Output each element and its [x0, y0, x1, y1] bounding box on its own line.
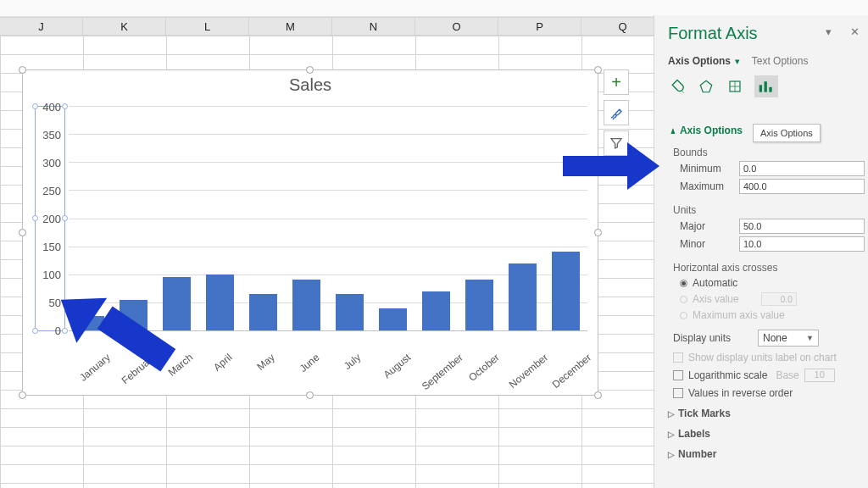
minimum-input[interactable]	[739, 161, 865, 176]
pane-close-icon[interactable]: ✕	[850, 25, 860, 38]
bar[interactable]	[249, 294, 277, 330]
radio-icon	[680, 296, 687, 303]
maximum-input[interactable]	[739, 179, 865, 194]
checkbox-icon	[673, 352, 683, 363]
col-header[interactable]: N	[332, 18, 415, 35]
hcross-max-radio[interactable]: Maximum axis value	[680, 309, 858, 321]
pane-icon-row	[668, 75, 858, 97]
hcross-axis-value-radio[interactable]: Axis value	[680, 292, 858, 306]
y-axis-selected[interactable]: 050100150200250300350400	[35, 106, 65, 331]
annotation-arrow	[64, 288, 183, 373]
log-base-label: Base	[776, 369, 798, 381]
show-units-checkbox: Show display units label on chart	[673, 352, 858, 363]
display-units-select[interactable]: None ▼	[758, 330, 819, 347]
radio-icon	[680, 280, 687, 287]
section-labels[interactable]: ▷Labels	[668, 428, 858, 440]
log-scale-checkbox[interactable]: Logarithmic scale Base 10	[673, 369, 858, 382]
bar[interactable]	[465, 280, 493, 330]
section-tick-marks[interactable]: ▷Tick Marks	[668, 408, 858, 419]
maximum-row: Maximum Reset	[680, 179, 858, 194]
y-tick-label: 350	[42, 129, 61, 141]
pane-tabs: Axis Options ▾ Text Options	[668, 55, 858, 67]
x-tick-label: November	[506, 352, 549, 391]
x-tick-label: April	[211, 352, 234, 374]
x-tick-label: July	[341, 352, 362, 372]
selection-handle[interactable]	[306, 66, 314, 74]
col-header[interactable]: L	[166, 18, 249, 35]
svg-rect-4	[760, 85, 762, 92]
effects-icon[interactable]	[697, 77, 715, 96]
axis-handle[interactable]	[62, 103, 68, 109]
major-input[interactable]	[739, 219, 865, 234]
display-units-label: Display units	[673, 332, 758, 344]
radio-icon	[680, 312, 687, 319]
axis-handle[interactable]	[32, 215, 38, 221]
axis-options-icon[interactable]	[754, 75, 778, 97]
tab-text-options[interactable]: Text Options	[752, 55, 809, 67]
axis-handle[interactable]	[32, 328, 38, 334]
bar[interactable]	[206, 274, 234, 330]
section-number[interactable]: ▷Number	[668, 448, 858, 460]
minor-label: Minor	[680, 238, 739, 250]
svg-marker-0	[700, 80, 712, 92]
hcross-automatic-radio[interactable]: Automatic	[680, 277, 858, 289]
y-tick-label: 250	[42, 185, 61, 197]
size-properties-icon[interactable]	[726, 77, 744, 96]
bar[interactable]	[422, 291, 450, 330]
svg-rect-5	[765, 81, 767, 92]
bounds-label: Bounds	[673, 147, 858, 158]
axis-options-tooltip: Axis Options	[753, 124, 821, 142]
brush-icon	[609, 105, 624, 120]
chart-elements-button[interactable]: +	[604, 69, 629, 95]
chart-styles-button[interactable]	[604, 100, 629, 125]
tab-axis-options[interactable]: Axis Options	[668, 55, 731, 67]
bar[interactable]	[509, 263, 537, 331]
y-tick-label: 400	[42, 101, 61, 114]
col-header[interactable]: P	[498, 18, 581, 35]
selection-handle[interactable]	[19, 391, 26, 399]
tab-caret-icon[interactable]: ▾	[735, 56, 740, 66]
col-header[interactable]: J	[0, 18, 83, 35]
y-tick-label: 200	[42, 213, 61, 225]
col-header[interactable]: M	[249, 18, 332, 35]
minor-input[interactable]	[739, 236, 865, 252]
axis-handle[interactable]	[32, 103, 38, 109]
y-tick-label: 100	[42, 269, 61, 281]
pane-controls: ▾ ✕	[826, 25, 860, 38]
col-header[interactable]: K	[83, 18, 166, 35]
chevron-down-icon: ▼	[806, 334, 814, 342]
chart-title[interactable]: Sales	[23, 70, 598, 95]
log-base-input: 10	[804, 369, 835, 382]
y-tick-label: 300	[42, 157, 61, 169]
axis-handle[interactable]	[62, 215, 68, 221]
checkbox-icon	[673, 370, 683, 380]
x-tick-label: June	[297, 352, 321, 374]
reverse-checkbox[interactable]: Values in reverse order	[673, 387, 858, 399]
col-header[interactable]: Q	[581, 18, 665, 35]
svg-rect-6	[769, 87, 771, 92]
bar[interactable]	[336, 294, 364, 330]
hcross-value-input	[761, 292, 797, 306]
minor-row: Minor Auto	[680, 236, 858, 252]
bar[interactable]	[379, 308, 407, 331]
minimum-row: Minimum Auto	[680, 161, 858, 176]
selection-handle[interactable]	[19, 229, 26, 236]
pane-menu-caret-icon[interactable]: ▾	[826, 25, 832, 38]
bar[interactable]	[552, 252, 580, 330]
maximum-label: Maximum	[680, 180, 739, 192]
column-header-row: J K L M N O P Q	[0, 17, 654, 36]
plus-icon: +	[611, 73, 621, 92]
bar[interactable]	[292, 280, 320, 330]
selection-handle[interactable]	[19, 66, 26, 74]
selection-handle[interactable]	[594, 66, 602, 74]
selection-handle[interactable]	[594, 391, 602, 399]
x-tick-label: August	[381, 352, 413, 381]
fill-line-icon[interactable]	[668, 77, 687, 96]
y-tick-label: 150	[42, 241, 61, 253]
major-label: Major	[680, 220, 739, 232]
x-tick-label: May	[254, 352, 276, 373]
x-tick-label: October	[466, 352, 502, 384]
selection-handle[interactable]	[594, 229, 602, 236]
col-header[interactable]: O	[415, 18, 498, 35]
checkbox-icon	[673, 388, 683, 398]
